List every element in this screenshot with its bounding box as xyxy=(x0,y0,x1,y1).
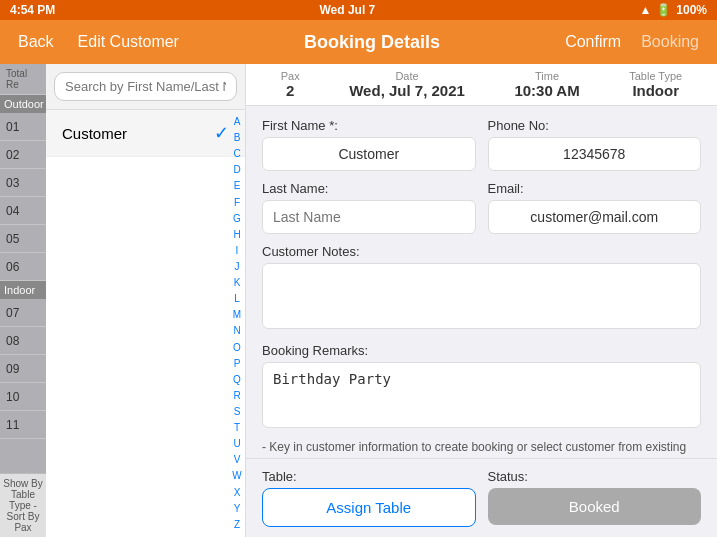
table-row-04[interactable]: 04 xyxy=(0,197,46,225)
alpha-Z[interactable]: Z xyxy=(231,520,243,530)
customer-notes-input[interactable] xyxy=(262,263,701,329)
alpha-D[interactable]: D xyxy=(231,165,243,175)
alpha-M[interactable]: M xyxy=(231,310,243,320)
main-content: Total Re Outdoor 01 02 03 04 05 06 Indoo… xyxy=(0,64,717,537)
first-name-input[interactable] xyxy=(262,137,476,171)
alphabet-sidebar: A B C D E F G H I J K L M N O P Q R S T xyxy=(229,110,245,537)
table-group: Table: Assign Table xyxy=(262,469,476,527)
row-name-phone: First Name *: Phone No: xyxy=(262,118,701,171)
customer-notes-label: Customer Notes: xyxy=(262,244,701,259)
phone-label: Phone No: xyxy=(488,118,702,133)
pax-item: Pax 2 xyxy=(281,70,300,99)
date-value: Wed, Jul 7, 2021 xyxy=(349,82,465,99)
nav-bar: Back Edit Customer Booking Details Confi… xyxy=(0,20,717,64)
alpha-O[interactable]: O xyxy=(231,343,243,353)
status-group: Status: Booked xyxy=(488,469,702,527)
table-row-02[interactable]: 02 xyxy=(0,141,46,169)
table-footer-label: Table: xyxy=(262,469,476,484)
booking-remarks-label: Booking Remarks: xyxy=(262,343,701,358)
table-row-08[interactable]: 08 xyxy=(0,327,46,355)
alpha-H[interactable]: H xyxy=(231,230,243,240)
nav-left: Back Edit Customer xyxy=(10,29,187,55)
alpha-G[interactable]: G xyxy=(231,214,243,224)
form-body: First Name *: Phone No: Last Name: Email… xyxy=(246,106,717,458)
time-label: Time xyxy=(514,70,579,82)
table-row-03[interactable]: 03 xyxy=(0,169,46,197)
table-row-11[interactable]: 11 xyxy=(0,411,46,439)
table-row-01[interactable]: 01 xyxy=(0,113,46,141)
alpha-Q[interactable]: Q xyxy=(231,375,243,385)
alpha-I[interactable]: I xyxy=(231,246,243,256)
alpha-Y[interactable]: Y xyxy=(231,504,243,514)
alpha-K[interactable]: K xyxy=(231,278,243,288)
customer-name: Customer xyxy=(62,125,127,142)
total-re-label: Total Re xyxy=(0,64,46,95)
booking-form: Pax 2 Date Wed, Jul 7, 2021 Time 10:30 A… xyxy=(246,64,717,537)
booking-remarks-group: Booking Remarks: Birthday Party xyxy=(262,343,701,432)
booking-button[interactable]: Booking xyxy=(633,29,707,55)
nav-right: Confirm Booking xyxy=(557,29,707,55)
email-label: Email: xyxy=(488,181,702,196)
email-input[interactable] xyxy=(488,200,702,234)
alpha-P[interactable]: P xyxy=(231,359,243,369)
booking-header: Pax 2 Date Wed, Jul 7, 2021 Time 10:30 A… xyxy=(246,64,717,106)
customer-panel: Customer ✓ A B C D E F G H I J K L M N O… xyxy=(46,64,246,537)
alpha-U[interactable]: U xyxy=(231,439,243,449)
date-label: Date xyxy=(349,70,465,82)
customer-item-selected[interactable]: Customer ✓ xyxy=(46,110,245,157)
table-sidebar: Total Re Outdoor 01 02 03 04 05 06 Indoo… xyxy=(0,64,46,537)
back-button[interactable]: Back xyxy=(10,29,62,55)
search-bar-container xyxy=(46,64,245,110)
help-text-1: - Key in customer information to create … xyxy=(262,438,701,458)
alpha-W[interactable]: W xyxy=(231,471,243,481)
date-item: Date Wed, Jul 7, 2021 xyxy=(349,70,465,99)
alpha-S[interactable]: S xyxy=(231,407,243,417)
table-row-10[interactable]: 10 xyxy=(0,383,46,411)
alpha-R[interactable]: R xyxy=(231,391,243,401)
alpha-J[interactable]: J xyxy=(231,262,243,272)
email-group: Email: xyxy=(488,181,702,234)
nav-title: Booking Details xyxy=(187,32,557,53)
search-input[interactable] xyxy=(54,72,237,101)
booked-button[interactable]: Booked xyxy=(488,488,702,525)
alpha-X[interactable]: X xyxy=(231,488,243,498)
first-name-group: First Name *: xyxy=(262,118,476,171)
alpha-A[interactable]: A xyxy=(231,117,243,127)
table-type-label: Table Type xyxy=(629,70,682,82)
status-right: ▲ 🔋 100% xyxy=(639,3,707,17)
pax-value: 2 xyxy=(281,82,300,99)
alpha-E[interactable]: E xyxy=(231,181,243,191)
help-text: - Key in customer information to create … xyxy=(262,438,701,458)
phone-input[interactable] xyxy=(488,137,702,171)
edit-customer-button[interactable]: Edit Customer xyxy=(70,29,187,55)
pax-label: Pax xyxy=(281,70,300,82)
alpha-C[interactable]: C xyxy=(231,149,243,159)
time-item: Time 10:30 AM xyxy=(514,70,579,99)
wifi-icon: ▲ xyxy=(639,3,651,17)
confirm-button[interactable]: Confirm xyxy=(557,29,629,55)
time-value: 10:30 AM xyxy=(514,82,579,99)
status-bar: 4:54 PM Wed Jul 7 ▲ 🔋 100% xyxy=(0,0,717,20)
table-row-07[interactable]: 07 xyxy=(0,299,46,327)
last-name-group: Last Name: xyxy=(262,181,476,234)
assign-table-button[interactable]: Assign Table xyxy=(262,488,476,527)
alpha-L[interactable]: L xyxy=(231,294,243,304)
outdoor-section-header: Outdoor xyxy=(0,95,46,113)
alpha-F[interactable]: F xyxy=(231,198,243,208)
alpha-B[interactable]: B xyxy=(231,133,243,143)
alpha-V[interactable]: V xyxy=(231,455,243,465)
status-time: 4:54 PM xyxy=(10,3,55,17)
alpha-T[interactable]: T xyxy=(231,423,243,433)
checkmark-icon: ✓ xyxy=(214,122,229,144)
booking-remarks-input[interactable]: Birthday Party xyxy=(262,362,701,428)
alpha-N[interactable]: N xyxy=(231,326,243,336)
table-row-09[interactable]: 09 xyxy=(0,355,46,383)
table-type-item: Table Type Indoor xyxy=(629,70,682,99)
battery-icon: 🔋 xyxy=(656,3,671,17)
table-type-value: Indoor xyxy=(629,82,682,99)
table-row-06[interactable]: 06 xyxy=(0,253,46,281)
last-name-input[interactable] xyxy=(262,200,476,234)
status-date: Wed Jul 7 xyxy=(319,3,375,17)
battery-percent: 100% xyxy=(676,3,707,17)
table-row-05[interactable]: 05 xyxy=(0,225,46,253)
